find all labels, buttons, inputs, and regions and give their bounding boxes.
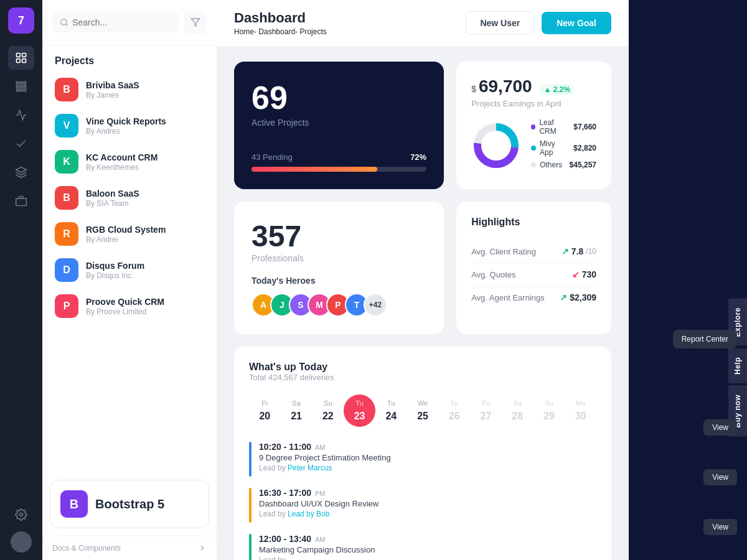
nav-avatar[interactable]: 7: [8, 7, 34, 34]
nav-item-analytics[interactable]: [8, 103, 34, 127]
nav-item-grid[interactable]: [8, 75, 34, 98]
project-list-item[interactable]: K KC Account CRM By Keenthemes: [47, 144, 212, 180]
view-button-3[interactable]: View: [703, 519, 737, 535]
project-logo: B: [55, 186, 78, 210]
active-projects-card: 69 Active Projects 43 Pending 72%: [234, 62, 444, 189]
highlight-label: Avg. Agent Earnings: [471, 293, 545, 302]
calendar-day[interactable]: Tu 26: [438, 394, 470, 427]
side-tabs: Explore Help Buy now: [728, 299, 747, 437]
new-user-button[interactable]: New User: [466, 11, 534, 35]
event-lead: Lead by Lead by Bob: [259, 510, 378, 518]
bootstrap-name: Bootstrap 5: [95, 497, 164, 511]
project-info: Baloon SaaS By SIA Team: [86, 189, 204, 208]
project-list-item[interactable]: B Baloon SaaS By SIA Team: [47, 180, 212, 216]
highlights-card: Highlights Avg. Client Rating ↗ 7.8 /10 …: [456, 202, 611, 334]
nav-user-avatar[interactable]: [11, 531, 32, 553]
pending-percent: 72%: [410, 152, 426, 162]
svg-rect-12: [24, 89, 26, 91]
event-lead: Lead by Peter Marcus: [259, 464, 391, 472]
project-logo: R: [55, 222, 78, 246]
legend-value: $45,257: [570, 161, 596, 169]
breadcrumb-home: Home-: [234, 27, 256, 36]
cal-day-name: Mo: [576, 399, 585, 407]
project-logo: D: [55, 258, 78, 282]
calendar-day[interactable]: Su 22: [312, 394, 344, 427]
project-list-item[interactable]: R RGB Cloud System By Andrei: [47, 216, 212, 252]
cal-day-num: 22: [322, 411, 334, 422]
svg-rect-14: [16, 198, 27, 206]
highlight-value: ↙ 730: [572, 269, 596, 279]
legend-dot: [531, 162, 536, 167]
legend-item: Mivy App $2,820: [531, 139, 596, 157]
help-tab[interactable]: Help: [728, 348, 747, 383]
breadcrumb-dashboard: Dashboard-: [258, 27, 298, 36]
earnings-subtitle: Projects Earnings in April: [471, 99, 596, 108]
event-time: 12:00 - 13:40 AM: [259, 534, 375, 544]
nav-item-tasks[interactable]: [8, 132, 34, 156]
event-lead-link[interactable]: Lead by Bob: [288, 510, 329, 518]
project-name: Baloon SaaS: [86, 189, 204, 198]
svg-rect-1: [22, 54, 26, 57]
project-list-item[interactable]: V Vine Quick Reports By Andres: [47, 108, 212, 144]
calendar-event: 12:00 - 13:40 AM Marketing Campaign Disc…: [249, 534, 596, 560]
svg-rect-2: [17, 59, 21, 63]
event-details: 12:00 - 13:40 AM Marketing Campaign Disc…: [259, 534, 375, 560]
calendar-day[interactable]: Fri 27: [470, 394, 502, 427]
docs-link[interactable]: Docs & Components: [52, 544, 121, 553]
bootstrap-logo: B: [60, 490, 88, 518]
calendar-events: 10:20 - 11:00 AM 9 Degree Project Estima…: [249, 442, 596, 560]
project-name: Vine Quick Reports: [86, 116, 204, 126]
filter-button[interactable]: [184, 11, 207, 34]
legend-value: $7,660: [573, 123, 596, 131]
cal-day-name: Tu: [355, 399, 363, 407]
header-left: Dashboard Home- Dashboard- Projects: [234, 10, 327, 36]
arrow-right-icon: [198, 544, 207, 553]
row-1: 69 Active Projects 43 Pending 72%: [234, 62, 611, 189]
cal-day-num: 21: [291, 411, 302, 422]
prof-label: Professionals: [251, 253, 426, 263]
project-list-item[interactable]: P Proove Quick CRM By Proove Limited: [47, 288, 212, 324]
calendar-day[interactable]: Tu 23: [344, 394, 375, 427]
new-goal-button[interactable]: New Goal: [542, 12, 611, 34]
svg-rect-0: [17, 54, 21, 57]
event-lead-link[interactable]: Peter Marcus: [288, 464, 332, 472]
breadcrumb-current: Projects: [299, 27, 326, 36]
nav-item-layers[interactable]: [8, 161, 34, 184]
calendar-day[interactable]: Sa 21: [281, 394, 312, 427]
calendar-day[interactable]: Mo 30: [565, 394, 596, 427]
project-list-item[interactable]: D Disqus Forum By Disqus Inc.: [47, 252, 212, 288]
search-input[interactable]: [72, 17, 172, 27]
project-info: Briviba SaaS By James: [86, 80, 204, 100]
sidebar: Projects B Briviba SaaS By James V Vine …: [42, 0, 217, 560]
nav-item-dashboard[interactable]: [8, 46, 34, 70]
project-by: By Disqus Inc.: [86, 271, 204, 280]
legend-dot: [531, 146, 536, 151]
calendar-day[interactable]: We 25: [407, 394, 439, 427]
highlight-row: Avg. Client Rating ↗ 7.8 /10: [471, 240, 596, 263]
view-button-1[interactable]: View: [703, 419, 737, 436]
nav-item-settings[interactable]: [8, 503, 34, 526]
highlight-label: Avg. Quotes: [471, 270, 515, 279]
report-center-button[interactable]: Report Center: [673, 330, 737, 348]
active-projects-count: 69: [251, 79, 426, 116]
project-by: By Andrei: [86, 235, 204, 244]
cal-day-num: 25: [417, 411, 428, 422]
earnings-legend: Leaf CRM $7,660 Mivy App $2,820 Others $…: [531, 118, 596, 173]
calendar-day[interactable]: Sa 28: [502, 394, 533, 427]
bootstrap-card[interactable]: B Bootstrap 5: [50, 480, 209, 528]
professionals-card: 357 Professionals Today's Heroes AJSMPT+…: [234, 202, 444, 334]
heroes-label: Today's Heroes: [251, 276, 426, 286]
search-wrap[interactable]: [52, 12, 179, 32]
calendar-day[interactable]: Fr 20: [249, 394, 281, 427]
heroes-avatars: AJSMPT+42: [251, 293, 426, 317]
calendar-subtitle: Total 424,567 deliveries: [249, 373, 596, 382]
svg-rect-5: [20, 82, 22, 84]
nav-item-briefcase[interactable]: [8, 189, 34, 213]
calendar-day[interactable]: Su 29: [533, 394, 565, 427]
main-content: Dashboard Home- Dashboard- Projects New …: [217, 0, 629, 560]
svg-rect-9: [24, 85, 26, 87]
calendar-day[interactable]: Tu 24: [375, 394, 407, 427]
project-list-item[interactable]: B Briviba SaaS By James: [47, 72, 212, 108]
cal-day-num: 28: [512, 411, 523, 422]
view-button-2[interactable]: View: [703, 469, 737, 485]
